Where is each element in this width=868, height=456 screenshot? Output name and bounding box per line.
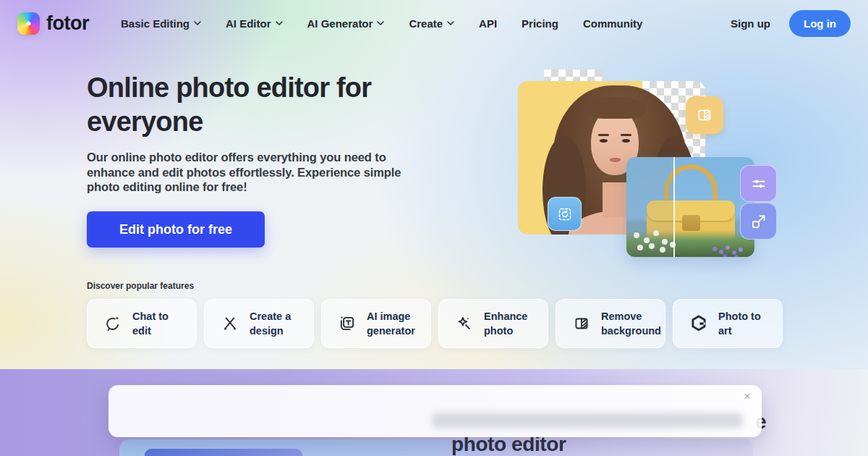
remove-bg-icon xyxy=(572,314,591,333)
nav-item-basic-editing[interactable]: Basic Editing xyxy=(121,17,201,30)
remove-background-icon xyxy=(695,106,714,124)
blurred-text-placeholder xyxy=(432,413,743,428)
fotor-logo-text: fotor xyxy=(46,12,89,35)
fotor-logo-icon xyxy=(17,12,40,35)
chevron-down-icon xyxy=(377,21,384,25)
chat-edit-icon xyxy=(103,314,122,333)
nav-item-ai-editor[interactable]: AI Editor xyxy=(226,17,283,30)
magic-star-icon xyxy=(455,314,474,333)
promo-banner: × xyxy=(109,385,762,437)
close-icon[interactable]: × xyxy=(741,388,754,405)
feature-card-create-a-design[interactable]: Create adesign xyxy=(204,299,314,348)
lavender-flowers xyxy=(712,247,717,251)
editor-preview-panel xyxy=(119,439,753,456)
handbag-photo xyxy=(626,157,754,257)
chevron-down-icon xyxy=(447,21,454,25)
fotor-landing-page: fotor Basic Editing AI Editor AI Generat… xyxy=(0,0,868,456)
feature-card-remove-background[interactable]: Removebackground xyxy=(556,299,665,348)
features-eyebrow: Discover popular features xyxy=(87,281,194,291)
replace-photo-icon xyxy=(556,206,574,223)
login-button[interactable]: Log in xyxy=(789,10,851,37)
signup-link[interactable]: Sign up xyxy=(731,17,770,30)
editor-preview-button xyxy=(145,449,302,456)
nav-item-ai-generator[interactable]: AI Generator xyxy=(307,17,385,30)
nav-item-api[interactable]: API xyxy=(479,17,497,30)
next-section: e photo editor × xyxy=(0,369,868,456)
feature-card-ai-image-generator[interactable]: AI imagegenerator xyxy=(321,299,431,348)
nav-auth: Sign up Log in xyxy=(731,10,851,37)
resize-expand-icon xyxy=(749,212,768,231)
feature-card-photo-to-art[interactable]: Photo toart xyxy=(673,299,783,348)
ai-image-icon xyxy=(338,314,357,333)
feature-card-chat-to-edit[interactable]: Chat toedit xyxy=(87,299,197,348)
adjust-sliders-icon xyxy=(749,174,768,193)
feature-card-enhance-photo[interactable]: Enhancephoto xyxy=(438,299,548,348)
chevron-down-icon xyxy=(276,21,283,25)
fotor-logo[interactable]: fotor xyxy=(17,12,89,35)
top-nav: fotor Basic Editing AI Editor AI Generat… xyxy=(0,0,868,46)
edit-photo-cta-button[interactable]: Edit photo for free xyxy=(87,211,265,248)
photo-art-icon xyxy=(689,314,708,333)
remove-background-tool-tile[interactable] xyxy=(686,96,723,134)
chevron-down-icon xyxy=(194,21,201,25)
nav-menu: Basic Editing AI Editor AI Generator Cre… xyxy=(121,17,642,30)
nav-item-create[interactable]: Create xyxy=(409,17,454,30)
portrait-fringe xyxy=(586,97,645,119)
replace-photo-tool-tile[interactable] xyxy=(548,197,582,231)
feature-cards-row: Chat toedit Create adesign AI imagegener… xyxy=(87,299,783,348)
hero-section: fotor Basic Editing AI Editor AI Generat… xyxy=(0,0,868,369)
portrait-neck xyxy=(603,182,627,217)
nav-item-community[interactable]: Community xyxy=(583,17,643,30)
nav-item-pricing[interactable]: Pricing xyxy=(522,17,558,30)
page-title: Online photo editor for everyone xyxy=(87,71,371,139)
hero-description: Our online photo editor offers everythin… xyxy=(87,150,401,195)
adjust-sliders-tool-tile[interactable] xyxy=(740,165,777,202)
before-after-divider[interactable] xyxy=(673,157,675,257)
resize-expand-tool-tile[interactable] xyxy=(740,203,777,240)
design-tools-icon xyxy=(221,314,239,333)
